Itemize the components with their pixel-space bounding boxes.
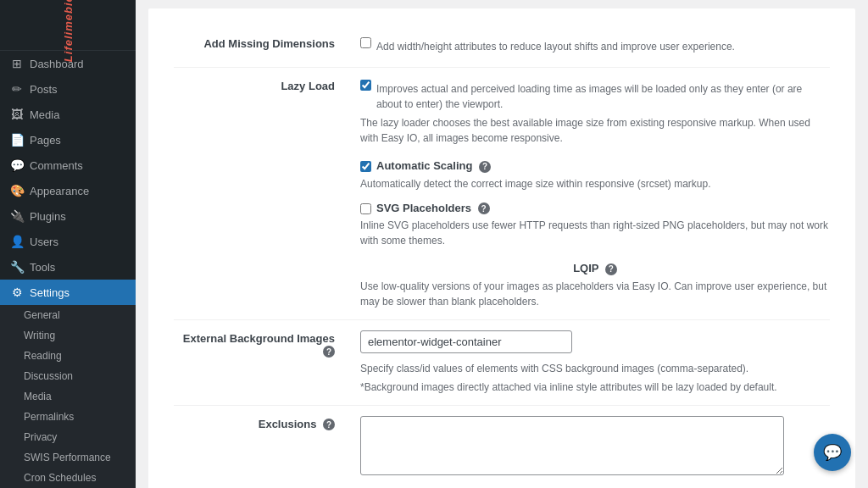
sidebar-item-comments[interactable]: 💬 Comments: [0, 152, 136, 178]
lqip-label: LQIP ?: [573, 262, 617, 274]
sidebar-item-tools[interactable]: 🔧 Tools: [0, 254, 136, 280]
external-bg-description1: Specify class/id values of elements with…: [360, 361, 830, 376]
add-missing-dimensions-content: Add width/height attributes to reduce la…: [360, 36, 830, 57]
lazy-load-label: Lazy Load: [174, 78, 343, 92]
plugins-icon: 🔌: [10, 209, 24, 223]
svg-placeholders-label-empty: [174, 202, 343, 203]
logo-text: Lifelimebies: [62, 0, 75, 62]
external-bg-input[interactable]: [360, 330, 572, 353]
exclusions-content: One exclusion per line, no wildcards (*)…: [360, 416, 830, 488]
sidebar-item-media[interactable]: 🖼 Media: [0, 102, 136, 127]
automatic-scaling-checkbox-row: Automatic Scaling ?: [360, 159, 830, 173]
external-bg-description2: *Background images directly attached via…: [360, 380, 830, 395]
submenu-discussion[interactable]: Discussion: [0, 366, 136, 386]
pages-icon: 📄: [10, 133, 24, 147]
automatic-scaling-content: Automatic Scaling ? Automatically detect…: [360, 159, 830, 191]
add-missing-dimensions-checkbox[interactable]: [360, 37, 371, 48]
lazy-load-checkbox-row: Improves actual and perceived loading ti…: [360, 78, 830, 112]
svg-placeholders-row: SVG Placeholders ? Inline SVG placeholde…: [174, 198, 830, 259]
sidebar-item-label: Tools: [30, 261, 55, 274]
sidebar-item-users[interactable]: 👤 Users: [0, 229, 136, 254]
add-missing-dimensions-description: Add width/height attributes to reduce la…: [376, 39, 735, 54]
comments-icon: 💬: [10, 158, 24, 172]
lqip-description: Use low-quality versions of your images …: [360, 279, 830, 309]
sidebar-item-label: Settings: [30, 286, 70, 299]
lazy-load-description2: The lazy loader chooses the best availab…: [360, 115, 830, 146]
svg-placeholders-checkbox-row: SVG Placeholders ?: [360, 202, 830, 215]
sidebar-item-label: Pages: [30, 134, 61, 147]
external-bg-row: External Background Images ? Specify cla…: [174, 319, 830, 405]
exclusions-row: Exclusions ? One exclusion per line, no …: [174, 405, 830, 488]
sidebar: Lifelimebies ⊞ Dashboard ✏ Posts 🖼 Media…: [0, 0, 136, 488]
lazy-load-checkbox[interactable]: [360, 80, 371, 91]
exclusions-help-icon[interactable]: ?: [323, 419, 335, 430]
svg-placeholders-content: SVG Placeholders ? Inline SVG placeholde…: [360, 202, 830, 249]
submenu-general[interactable]: General: [0, 305, 136, 325]
settings-form: Add Missing Dimensions Add width/height …: [148, 8, 855, 488]
site-logo: Lifelimebies: [0, 0, 136, 51]
svg-placeholders-checkbox[interactable]: [360, 203, 371, 214]
submenu-cron[interactable]: Cron Schedules: [0, 468, 136, 488]
sidebar-item-posts[interactable]: ✏ Posts: [0, 76, 136, 102]
add-missing-dimensions-checkbox-row: Add width/height attributes to reduce la…: [360, 36, 830, 54]
main-content: Add Missing Dimensions Add width/height …: [136, 0, 868, 488]
sidebar-item-label: Comments: [30, 159, 83, 172]
lqip-content: LQIP ? Use low-quality versions of your …: [360, 262, 830, 309]
submenu-reading[interactable]: Reading: [0, 346, 136, 366]
automatic-scaling-row: Automatic Scaling ? Automatically detect…: [174, 156, 830, 198]
media-icon: 🖼: [10, 108, 24, 121]
dashboard-icon: ⊞: [10, 57, 24, 70]
submenu-writing[interactable]: Writing: [0, 325, 136, 346]
svg-placeholders-label: SVG Placeholders ?: [376, 202, 490, 215]
sidebar-item-label: Plugins: [30, 210, 66, 223]
sidebar-item-label: Dashboard: [30, 58, 84, 70]
automatic-scaling-label-empty: [174, 159, 343, 161]
lqip-help-icon[interactable]: ?: [605, 263, 617, 275]
sidebar-item-appearance[interactable]: 🎨 Appearance: [0, 178, 136, 203]
add-missing-dimensions-label: Add Missing Dimensions: [174, 36, 343, 50]
svg-placeholders-description: Inline SVG placeholders use fewer HTTP r…: [360, 218, 830, 248]
sidebar-menu: ⊞ Dashboard ✏ Posts 🖼 Media 📄 Pages 💬 Co…: [0, 51, 136, 488]
submenu-permalinks[interactable]: Permalinks: [0, 407, 136, 427]
sidebar-item-label: Appearance: [30, 185, 89, 197]
lazy-load-content: Improves actual and perceived loading ti…: [360, 78, 830, 146]
external-bg-help-icon[interactable]: ?: [323, 346, 335, 358]
submenu-privacy[interactable]: Privacy: [0, 427, 136, 447]
submenu-media[interactable]: Media: [0, 386, 136, 407]
sidebar-item-label: Media: [30, 108, 59, 121]
sidebar-item-label: Posts: [30, 83, 58, 96]
automatic-scaling-label: Automatic Scaling ?: [376, 159, 491, 173]
external-bg-label: External Background Images ?: [174, 330, 343, 358]
sidebar-item-label: Users: [30, 236, 58, 248]
posts-icon: ✏: [10, 82, 24, 96]
support-icon: 💬: [823, 443, 842, 462]
lazy-load-description1: Improves actual and perceived loading ti…: [376, 81, 830, 112]
users-icon: 👤: [10, 235, 24, 248]
lqip-label-row: LQIP ?: [360, 262, 830, 275]
sidebar-item-plugins[interactable]: 🔌 Plugins: [0, 203, 136, 229]
settings-icon: ⚙: [10, 286, 24, 299]
lazy-load-row: Lazy Load Improves actual and perceived …: [174, 67, 830, 156]
add-missing-dimensions-row: Add Missing Dimensions Add width/height …: [174, 25, 830, 67]
exclusions-textarea[interactable]: [360, 416, 784, 475]
automatic-scaling-checkbox[interactable]: [360, 161, 371, 172]
lqip-row: LQIP ? Use low-quality versions of your …: [174, 258, 830, 319]
appearance-icon: 🎨: [10, 184, 24, 197]
submenu-swis[interactable]: SWIS Performance: [0, 447, 136, 468]
lqip-label-empty: [174, 262, 343, 263]
support-button[interactable]: 💬: [814, 434, 851, 471]
external-bg-content: Specify class/id values of elements with…: [360, 330, 830, 395]
sidebar-item-pages[interactable]: 📄 Pages: [0, 127, 136, 152]
exclusions-label: Exclusions ?: [174, 416, 343, 431]
tools-icon: 🔧: [10, 260, 24, 274]
sidebar-item-settings[interactable]: ⚙ Settings: [0, 280, 136, 305]
settings-submenu: General Writing Reading Discussion Media…: [0, 305, 136, 488]
automatic-scaling-help-icon[interactable]: ?: [479, 161, 491, 173]
svg-placeholders-help-icon[interactable]: ?: [478, 202, 490, 214]
automatic-scaling-description: Automatically detect the correct image s…: [360, 176, 830, 191]
